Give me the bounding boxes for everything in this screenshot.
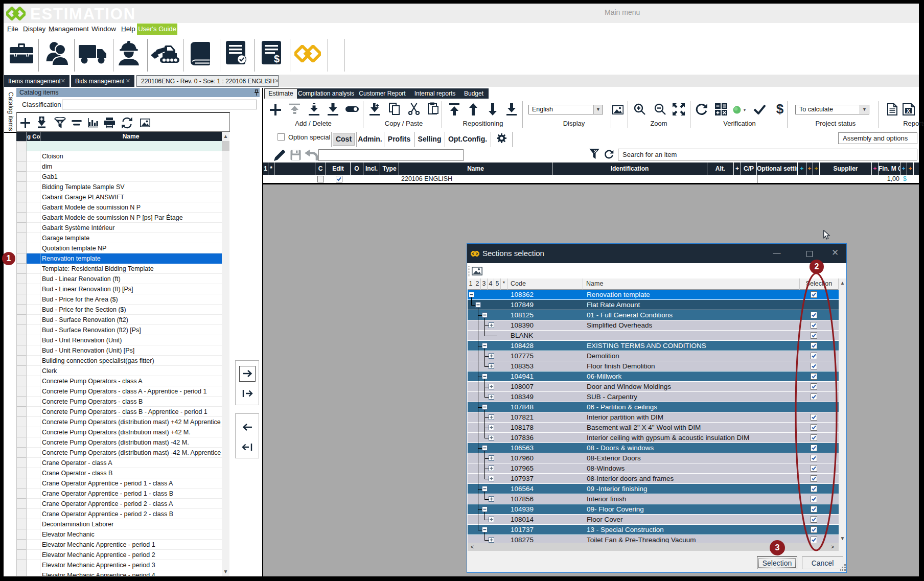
svg-text:$: $ [776, 102, 784, 116]
svg-text:$: $ [274, 53, 280, 64]
svg-text:X: X [907, 108, 911, 114]
